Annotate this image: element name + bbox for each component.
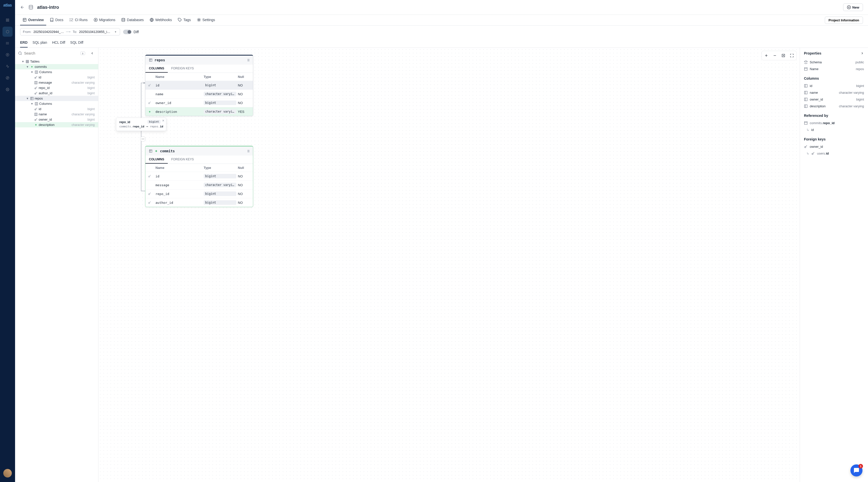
svg-rect-20 [23,18,26,21]
tab-settings[interactable]: Settings [194,15,218,25]
subtab-sql-diff[interactable]: SQL Diff [70,38,83,48]
key-icon [811,152,815,155]
tree-commits-columns-group[interactable]: ▾ Columns [15,69,98,74]
svg-rect-38 [26,60,29,63]
nav-activity[interactable] [2,61,12,71]
tab-ci-runs[interactable]: CI Runs [67,15,90,25]
chat-notification-badge: 1 [859,464,863,469]
nav-compass[interactable] [2,73,12,83]
svg-rect-67 [35,113,37,116]
svg-rect-2 [6,20,7,21]
tree-column[interactable]: idbigint [15,106,98,112]
svg-point-55 [35,93,36,94]
prop-fk[interactable]: owner_id [804,143,864,150]
tab-migrations[interactable]: Migrations [91,15,118,25]
tree-repos-columns-group[interactable]: ▾ Columns [15,101,98,106]
tree-column[interactable]: author_idbigint [15,90,98,96]
entity-column-row[interactable]: author_idbigintNO [146,198,253,207]
entity-column-row[interactable]: owner_idbigintNO [146,98,253,107]
user-avatar[interactable] [3,469,12,478]
layout-icon [23,18,27,22]
chevron-right-icon[interactable] [861,52,864,55]
prop-referenced-by[interactable]: commits.repo_id [804,120,864,126]
tree-tables-root[interactable]: ▾ Tables [15,59,98,64]
prop-column[interactable]: owner_idbigint [804,96,864,103]
tree-column[interactable]: namecharacter varying [15,112,98,117]
prop-column[interactable]: descriptioncharacter varying [804,103,864,110]
column-icon [804,84,808,88]
new-button[interactable]: New [843,3,863,11]
tree-column[interactable]: +descriptioncharacter varying [15,122,98,127]
relationship-node[interactable]: ⋯ [140,136,146,142]
prop-fk-target: ↳users.id [804,150,864,157]
nav-play[interactable] [2,50,12,60]
project-icon [28,4,34,10]
fit-view-button[interactable] [780,52,787,59]
svg-point-31 [122,18,125,19]
search-icon [18,51,22,55]
tab-overview[interactable]: Overview [20,15,46,25]
tree-table-repos[interactable]: ▾ repos [15,96,98,101]
tab-docs[interactable]: Docs [47,15,66,25]
subtab-sql-plan[interactable]: SQL plan [33,38,47,48]
entity-column-row[interactable]: idbigintNO [146,172,253,180]
tree-search-input[interactable] [24,51,79,55]
tree-column[interactable]: idbigint [15,74,98,80]
key-icon [148,174,151,178]
zoom-in-button[interactable] [763,52,770,59]
column-icon [34,81,38,85]
tab-databases[interactable]: Databases [119,15,146,25]
drag-handle-icon[interactable]: ⁞⁞ [247,58,249,62]
tab-webhooks[interactable]: Webhooks [147,15,174,25]
subtab-hcl-diff[interactable]: HCL Diff [52,38,65,48]
nav-settings[interactable] [2,85,12,94]
entity-column-row[interactable]: repo_idbigintNO [146,189,253,198]
svg-line-94 [149,201,151,203]
entity-tab-columns[interactable]: COLUMNS [146,65,168,72]
nav-schema[interactable] [2,27,12,37]
nav-list[interactable] [2,38,12,48]
svg-rect-102 [804,98,807,101]
erd-canvas[interactable]: repos ⁞⁞ COLUMNS FOREIGN KEYS NameTypeNu… [98,48,800,482]
tree-column[interactable]: owner_idbigint [15,117,98,122]
entity-tab-fks[interactable]: FOREIGN KEYS [168,156,197,163]
prop-column[interactable]: idbigint [804,83,864,89]
entity-commits[interactable]: + commits ⁞⁞ COLUMNS FOREIGN KEYS NameTy… [145,146,253,207]
svg-rect-76 [782,54,785,57]
tree-table-commits[interactable]: ▾+ commits [15,64,98,69]
svg-rect-100 [804,91,807,94]
sliders-icon [69,18,73,22]
fullscreen-button[interactable] [788,52,796,59]
subtab-erd[interactable]: ERD [20,38,28,48]
entity-column-row[interactable]: namecharacter varyi…NO [146,89,253,98]
gear-icon [197,18,201,22]
tree-column[interactable]: repo_idbigint [15,85,98,90]
back-button[interactable] [20,5,25,9]
tab-tags[interactable]: Tags [175,15,193,25]
close-tooltip-button[interactable]: ✕ [162,119,164,122]
collapse-panel-button[interactable] [89,50,95,56]
svg-marker-30 [95,19,96,20]
column-icon [804,91,808,94]
entity-column-row[interactable]: messagecharacter varyi…NO [146,180,253,189]
diff-range-select[interactable]: From: 20250104202944_… ⟶ To: 20250104120… [20,28,120,35]
drag-handle-icon[interactable]: ⁞⁞ [247,149,249,153]
prop-column[interactable]: namecharacter varying [804,89,864,96]
entity-column-row[interactable]: idbigintNO [146,81,253,89]
svg-rect-49 [35,81,37,84]
project-information-button[interactable]: Project Information [825,17,863,24]
database-icon [121,18,125,22]
entity-tab-columns[interactable]: COLUMNS [146,156,168,163]
svg-line-92 [149,192,151,194]
svg-rect-79 [149,59,152,62]
diff-toggle-switch[interactable] [123,30,132,34]
svg-point-36 [19,52,21,55]
svg-point-64 [35,109,36,110]
zoom-out-button[interactable] [771,52,778,59]
entity-repos[interactable]: repos ⁞⁞ COLUMNS FOREIGN KEYS NameTypeNu… [145,55,253,116]
nav-dashboard[interactable] [2,15,12,25]
chat-button[interactable]: 1 [850,464,863,477]
entity-column-row[interactable]: +descriptioncharacter varyi…YES [146,107,253,116]
entity-tab-fks[interactable]: FOREIGN KEYS [168,65,197,72]
tree-column[interactable]: messagecharacter varying [15,80,98,85]
